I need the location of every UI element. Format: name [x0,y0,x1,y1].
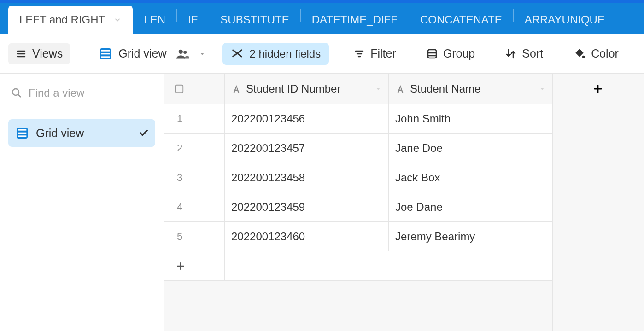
row-number[interactable]: 5 [164,222,225,251]
tab-arrayunique[interactable]: ARRAYUNIQUE [514,6,616,34]
tab-if[interactable]: IF [177,6,209,34]
blank-cell [553,251,643,281]
row-number[interactable]: 3 [164,163,225,192]
column-header-student-name[interactable]: Student Name [389,74,553,104]
views-button[interactable]: Views [8,43,70,64]
views-label: Views [32,47,63,60]
current-view[interactable]: Grid view [94,44,210,64]
checkbox-icon[interactable] [174,84,184,94]
cell-student-id[interactable]: 202200123456 [225,104,389,134]
sort-label: Sort [522,47,543,60]
cell-student-name[interactable]: Joe Dane [389,192,553,222]
add-column-button[interactable] [553,74,643,104]
svg-marker-9 [200,53,204,55]
view-search-input[interactable] [29,87,166,99]
cell-student-name[interactable]: John Smith [389,104,553,134]
cell-student-name[interactable]: Jeremy Bearimy [389,222,553,251]
select-all-header[interactable] [164,74,225,104]
filter-icon [354,48,365,59]
svg-line-18 [18,94,21,97]
text-field-icon [395,84,405,94]
filter-label: Filter [370,47,396,60]
cell-student-id[interactable]: 202200123457 [225,134,389,163]
svg-rect-20 [18,129,27,131]
collaborators-icon[interactable] [176,49,189,59]
row-number[interactable]: 1 [164,104,225,134]
blank-cell [553,192,643,222]
svg-marker-25 [540,88,544,90]
toolbar-divider [82,47,82,61]
blank-cell [553,104,643,134]
color-button[interactable]: Color [568,44,624,63]
svg-rect-22 [18,135,27,137]
add-row-button[interactable] [164,251,225,281]
tab-label: LEN [144,13,165,26]
sort-button[interactable]: Sort [500,44,549,63]
color-label: Color [591,47,619,60]
group-icon [427,48,438,59]
cell-student-id[interactable]: 202200123458 [225,163,389,192]
svg-point-17 [12,89,19,95]
tab-concatenate[interactable]: CONCATENATE [409,6,513,34]
view-toolbar: Views Grid view 2 hidden fields Filter G… [0,34,644,74]
paint-bucket-icon [574,48,585,60]
tab-datetime-diff[interactable]: DATETIME_DIFF [301,6,409,34]
table-tabs-bar: LEFT and RIGHT LEN IF SUBSTITUTE DATETIM… [0,0,644,34]
tab-label: SUBSTITUTE [220,13,289,26]
view-search[interactable] [8,82,155,108]
chevron-down-icon[interactable] [199,50,206,58]
grid-area: Student ID Number Student Name [164,74,644,331]
grid-icon [15,126,29,140]
filter-button[interactable]: Filter [348,44,402,63]
row-number[interactable]: 2 [164,134,225,163]
svg-point-8 [184,51,187,54]
hidden-fields-button[interactable]: 2 hidden fields [222,43,329,65]
chevron-down-icon[interactable] [539,85,546,93]
column-header-student-id[interactable]: Student ID Number [225,74,389,104]
svg-rect-6 [101,56,110,58]
column-label: Student ID Number [246,82,340,95]
cell-student-name[interactable]: Jane Doe [389,134,553,163]
tab-label: IF [188,13,198,26]
text-field-icon [231,84,241,94]
column-label: Student Name [410,82,480,95]
tab-label: LEFT and RIGHT [19,13,105,26]
check-icon [139,128,149,138]
sort-icon [505,48,516,59]
data-grid: Student ID Number Student Name [164,74,644,331]
tab-label: DATETIME_DIFF [312,13,398,26]
tab-left-and-right[interactable]: LEFT and RIGHT [8,6,133,34]
group-button[interactable]: Group [421,44,480,63]
group-label: Group [443,47,475,60]
menu-icon [16,48,27,59]
svg-rect-5 [101,53,110,54]
eye-off-icon [231,49,244,59]
grid-spacer [164,281,553,331]
chevron-down-icon[interactable] [375,85,382,93]
chevron-down-icon[interactable] [113,16,122,24]
tab-label: CONCATENATE [420,13,502,26]
svg-point-16 [582,55,585,58]
svg-rect-23 [176,85,183,93]
svg-rect-13 [428,50,436,58]
cell-student-id[interactable]: 202200123459 [225,192,389,222]
view-name-label: Grid view [118,47,166,60]
tab-len[interactable]: LEN [133,6,176,34]
sidebar-view-label: Grid view [36,127,84,140]
svg-rect-4 [101,50,110,52]
hidden-fields-label: 2 hidden fields [249,47,321,60]
svg-point-7 [179,49,183,53]
search-icon [11,87,22,99]
row-number[interactable]: 4 [164,192,225,222]
sidebar-view-item[interactable]: Grid view [8,119,155,147]
add-row-spacer[interactable] [225,251,553,281]
cell-student-name[interactable]: Jack Box [389,163,553,192]
plus-icon [593,84,603,94]
svg-rect-21 [18,133,27,134]
svg-marker-24 [376,88,380,90]
blank-cell [553,281,643,331]
tab-substitute[interactable]: SUBSTITUTE [209,6,300,34]
views-sidebar: Grid view [0,74,164,331]
cell-student-id[interactable]: 202200123460 [225,222,389,251]
plus-icon [176,261,185,271]
